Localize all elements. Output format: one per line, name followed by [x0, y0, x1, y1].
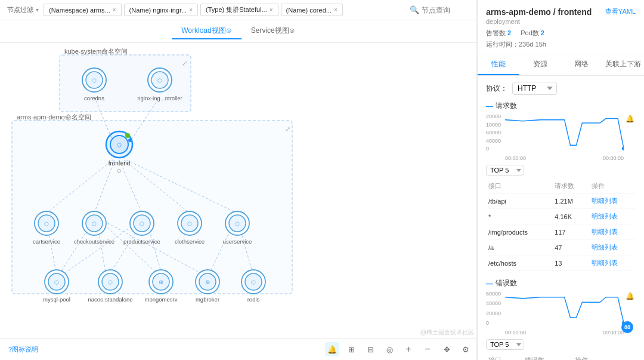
svg-point-31	[106, 131, 132, 158]
right-panel: arms-apm-demo / frontend 查看YAML deployme…	[477, 0, 644, 360]
detail-link[interactable]: 明细列表	[589, 240, 636, 256]
filter-tag-nginx[interactable]: (Name) nginx-ingr... ×	[124, 4, 198, 16]
detail-link[interactable]: 明细列表	[589, 193, 636, 209]
protocol-select[interactable]: HTTP RPC DUBBO	[512, 82, 557, 95]
svg-text:⬡: ⬡	[108, 279, 113, 285]
svg-text:⬡: ⬡	[92, 221, 97, 227]
svg-text:⤢: ⤢	[182, 60, 187, 67]
tab-workload[interactable]: Workload视图⊙	[172, 23, 241, 39]
image-btn[interactable]: ⊞	[344, 342, 358, 356]
svg-point-58	[45, 270, 69, 294]
svg-point-59	[48, 273, 65, 290]
svg-text:nacos-standalone: nacos-standalone	[88, 296, 133, 303]
svg-line-21	[237, 219, 253, 276]
api-count: 4.16K	[552, 209, 589, 224]
detail-link[interactable]: 明细列表	[589, 209, 636, 224]
svg-point-46	[130, 211, 154, 235]
svg-point-27	[148, 68, 172, 92]
close-type-filter[interactable]: ×	[270, 7, 273, 13]
move-btn[interactable]: ✥	[439, 342, 454, 356]
service-title: arms-apm-demo / frontend	[486, 7, 592, 17]
svg-line-18	[61, 219, 142, 276]
errors-x-labels: 00:00:00 00:00:00	[505, 330, 624, 336]
close-nginx-filter[interactable]: ×	[189, 7, 193, 13]
svg-line-8	[47, 159, 113, 213]
svg-line-12	[126, 160, 237, 213]
svg-text:⬡: ⬡	[251, 279, 256, 285]
settings-btn[interactable]: ⚙	[459, 342, 473, 356]
svg-point-32	[110, 136, 128, 153]
col-action-header-e: 操作	[572, 353, 636, 360]
svg-line-22	[208, 219, 236, 276]
zoom-in-btn[interactable]: +	[401, 342, 416, 356]
svg-point-55	[229, 215, 246, 232]
svg-rect-0	[60, 55, 191, 112]
svg-point-42	[82, 211, 106, 235]
svg-point-62	[98, 270, 122, 294]
svg-point-74	[242, 270, 265, 294]
legend-link[interactable]: ?图标说明	[4, 345, 43, 354]
circle-btn[interactable]: ◎	[382, 342, 397, 356]
svg-line-10	[119, 160, 142, 213]
service-meta: 告警数 2 Pod数 2	[486, 29, 636, 38]
detail-link[interactable]: 明细列表	[589, 256, 636, 271]
tab-service[interactable]: Service视图⊙	[242, 23, 305, 39]
pod-count: Pod数 2	[521, 29, 544, 38]
node-search-input[interactable]	[422, 6, 469, 14]
svg-text:⬡: ⬡	[235, 221, 240, 227]
api-count: 1.21M	[552, 193, 589, 209]
detail-link[interactable]: 明细列表	[589, 224, 636, 240]
tab-perf[interactable]: 性能	[478, 54, 519, 75]
requests-top5-select[interactable]: TOP 5 TOP 10	[486, 165, 524, 176]
svg-point-75	[245, 273, 262, 290]
filter-tag-name[interactable]: (Name) cored... ×	[281, 4, 343, 16]
table-row: /img/products 117 明细列表	[486, 224, 636, 240]
filter-tags-container: (Namespace) arms... × (Name) nginx-ingr.…	[44, 4, 400, 16]
close-namespace-filter[interactable]: ×	[113, 7, 116, 13]
requests-bell-icon[interactable]: 🔔	[626, 115, 634, 123]
svg-point-70	[196, 270, 219, 294]
svg-text:⊙: ⊙	[117, 168, 122, 174]
svg-point-38	[35, 211, 58, 235]
bottom-toolbar: ?图标说明 🔔 ⊞ ⊟ ◎ + − ✥ ⚙	[0, 338, 476, 360]
svg-text:userservice: userservice	[223, 238, 252, 245]
errors-top5-selector: TOP 5 TOP 10	[486, 339, 636, 350]
svg-line-13	[47, 219, 57, 276]
tab-resource[interactable]: 资源	[519, 54, 561, 75]
tab-updown[interactable]: 关联上下游	[602, 54, 644, 75]
svg-point-50	[178, 211, 202, 235]
svg-line-16	[98, 219, 160, 276]
svg-text:⬡: ⬡	[44, 221, 49, 227]
right-content: 协议： HTTP RPC DUBBO 请求数 20000 10000 60000…	[478, 76, 644, 360]
graph-edges-svg: kube-system命名空间 arms-apm-demo命名空间 ⤢ ⤢	[0, 43, 476, 338]
svg-point-43	[86, 215, 103, 232]
svg-text:arms-apm-demo命名空间: arms-apm-demo命名空间	[17, 113, 91, 121]
zoom-out-btn[interactable]: −	[420, 342, 435, 356]
bell-btn[interactable]: 🔔	[325, 342, 339, 356]
screen-btn[interactable]: ⊟	[363, 342, 377, 356]
svg-text:⬡: ⬡	[157, 78, 162, 84]
requests-chart-section: 请求数 20000 10000 60000 40000 0	[486, 101, 636, 271]
filter-dropdown-icon[interactable]: ▾	[36, 7, 39, 13]
col-api-header: 接口	[486, 179, 552, 193]
view-yaml-btn[interactable]: 查看YAML	[605, 7, 636, 16]
errors-bell-icon[interactable]: 🔔	[626, 292, 634, 300]
svg-text:productservice: productservice	[123, 238, 160, 245]
api-count: 13	[552, 256, 589, 271]
table-row: /a 47 明细列表	[486, 240, 636, 256]
svg-point-63	[102, 273, 119, 290]
filter-tag-namespace[interactable]: (Namespace) arms... ×	[44, 4, 122, 16]
col-api-header-e: 接口	[486, 353, 522, 360]
requests-api-table: 接口 请求数 操作 /tb/api 1.21M 明细列表 *	[486, 179, 636, 271]
svg-rect-1	[12, 121, 292, 294]
filter-tag-type[interactable]: (Type) 集群Stateful... ×	[200, 4, 278, 16]
table-row: /etc/hosts 13 明细列表	[486, 256, 636, 271]
svg-line-7	[122, 97, 160, 153]
tab-network[interactable]: 网络	[561, 54, 603, 75]
errors-top5-select[interactable]: TOP 5 TOP 10	[486, 339, 524, 350]
svg-text:⬡: ⬡	[187, 221, 192, 227]
svg-line-19	[109, 219, 144, 276]
protocol-row: 协议： HTTP RPC DUBBO	[486, 82, 636, 95]
close-name-filter[interactable]: ×	[334, 7, 338, 13]
svg-text:mysql-pool: mysql-pool	[43, 296, 70, 303]
